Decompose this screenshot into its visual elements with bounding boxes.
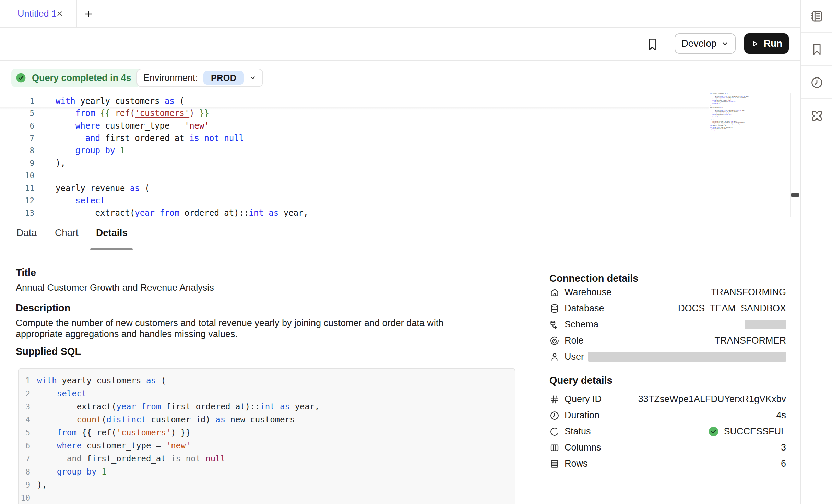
code-line: 1with yearly_customers as ( (0, 95, 790, 107)
code-line: 12 select (0, 194, 790, 207)
detail-label: Duration (564, 410, 599, 421)
detail-value: 6 (781, 458, 786, 469)
sidebar-separator (801, 65, 832, 66)
sidebar-notebook-icon[interactable] (801, 0, 832, 32)
line-number: 6 (19, 441, 30, 450)
code-line: 3 extract(year from first_ordered_at)::i… (19, 400, 515, 413)
toolbar-border (0, 60, 800, 61)
tabbar-border (0, 27, 800, 28)
user-icon (549, 352, 560, 362)
environment-value-chip: PROD (203, 71, 244, 85)
detail-row-rows: Rows6 (549, 456, 786, 472)
indent-guide (55, 194, 55, 217)
results-tabbar-border (0, 254, 800, 254)
line-number: 1 (19, 376, 30, 385)
detail-label: Database (564, 303, 604, 314)
detail-label: Warehouse (564, 287, 611, 298)
redacted-value (745, 320, 786, 329)
code-line: 7 and first_ordered_at is not null (19, 452, 515, 465)
code-line: 8 group by 1 (0, 144, 790, 157)
develop-button[interactable]: Develop (675, 33, 736, 54)
active-tab-underline (90, 248, 133, 250)
develop-button-label: Develop (681, 38, 717, 49)
sidebar-history-icon[interactable] (801, 67, 832, 98)
app-window: Untitled 1 Develop Run (0, 0, 832, 504)
new-tab-plus-icon[interactable] (83, 9, 94, 19)
tab-data[interactable]: Data (16, 227, 37, 238)
editor-bottom-border (0, 217, 800, 217)
detail-row-query-id: Query ID33TZseWpe1ALFDUYerxR1gVKxbv (549, 391, 786, 407)
code-line: 13 extract(year from ordered_at)::int as… (0, 207, 790, 217)
tab-divider (76, 0, 77, 27)
sidebar-dbt-icon[interactable] (801, 100, 832, 132)
tab-details[interactable]: Details (96, 227, 128, 238)
line-number: 10 (0, 171, 34, 180)
sidebar-separator (801, 98, 832, 99)
code-line: 10 (0, 169, 790, 182)
columns-icon (549, 443, 560, 453)
detail-row-user: User (549, 349, 786, 365)
house-icon (549, 287, 560, 298)
code-line: 11yearly_revenue as ( (0, 182, 790, 194)
sidebar-bookmark-icon[interactable] (801, 33, 832, 65)
run-button[interactable]: Run (744, 33, 789, 54)
line-number: 11 (0, 184, 34, 193)
code-editor[interactable]: 1with yearly_customers as ( 5 from {{ re… (0, 86, 790, 217)
editor-scrollbar-thumb[interactable] (791, 193, 799, 197)
file-tab-title[interactable]: Untitled 1 (17, 9, 57, 19)
detail-value: TRANSFORMING (711, 287, 786, 298)
detail-label: Columns (564, 442, 601, 453)
clock-icon (549, 410, 560, 421)
environment-label: Environment: (143, 73, 198, 83)
detail-label: Rows (564, 458, 588, 469)
code-line: 7 and first_ordered_at is not null (0, 132, 790, 144)
query-status-text: Query completed in 4s (32, 73, 131, 83)
indent-guide (55, 107, 55, 157)
code-line: 5 from {{ ref('customers') }} (0, 107, 790, 119)
line-number: 7 (19, 454, 30, 463)
sidebar-separator (801, 32, 832, 33)
environment-selector[interactable]: Environment: PROD (136, 69, 263, 87)
query-status-pill: Query completed in 4s (11, 69, 140, 87)
play-icon (751, 39, 759, 48)
bookmark-icon[interactable] (645, 37, 659, 52)
detail-value: 3 (781, 442, 786, 453)
code-line: 1with yearly_customers as ( (19, 374, 515, 387)
close-icon[interactable] (55, 9, 64, 19)
detail-label: Query ID (564, 394, 602, 405)
chevron-down-icon (721, 40, 729, 47)
detail-value: 33TZseWpe1ALFDUYerxR1gVKxbv (638, 394, 786, 405)
connection-details-heading: Connection details (549, 273, 638, 284)
editor-lines: 5 from {{ ref('customers') }}6 where cus… (0, 107, 790, 217)
detail-label: Status (564, 426, 591, 437)
code-line: 10 (19, 491, 515, 504)
line-number: 9 (0, 159, 34, 168)
detail-label: Schema (564, 319, 598, 330)
description-text: Compute the number of new customers and … (16, 318, 492, 339)
line-number: 6 (0, 121, 34, 130)
minimap-line: order by 1 (710, 129, 750, 131)
supplied-sql-heading: Supplied SQL (16, 346, 81, 357)
editor-scrollbar-track[interactable] (790, 93, 800, 217)
tab-chart[interactable]: Chart (55, 227, 78, 238)
code-line: 9), (0, 157, 790, 169)
line-number: 7 (0, 134, 34, 143)
file-tab-bar: Untitled 1 (0, 0, 800, 27)
line-number: 3 (19, 402, 30, 411)
line-number: 10 (19, 493, 30, 502)
line-number: 4 (19, 415, 30, 424)
rows-icon (549, 459, 560, 469)
detail-value: 4s (776, 410, 786, 421)
detail-row-database: DatabaseDOCS_TEAM_SANDBOX (549, 300, 786, 316)
title-heading: Title (16, 267, 36, 278)
check-circle-icon (15, 72, 26, 83)
file-tab[interactable]: Untitled 1 (0, 0, 76, 27)
chevron-down-icon (249, 74, 256, 81)
hash-icon (549, 394, 560, 405)
detail-row-duration: Duration4s (549, 407, 786, 423)
code-line: 6 where customer_type = 'new' (0, 119, 790, 132)
code-line: 5 from {{ ref('customers') }} (19, 426, 515, 439)
editor-minimap[interactable]: with yearly_customers as ( select extrac… (710, 93, 750, 131)
supplied-sql-block: 1with yearly_customers as (2 select3 ext… (18, 368, 515, 504)
detail-row-warehouse: WarehouseTRANSFORMING (549, 284, 786, 300)
